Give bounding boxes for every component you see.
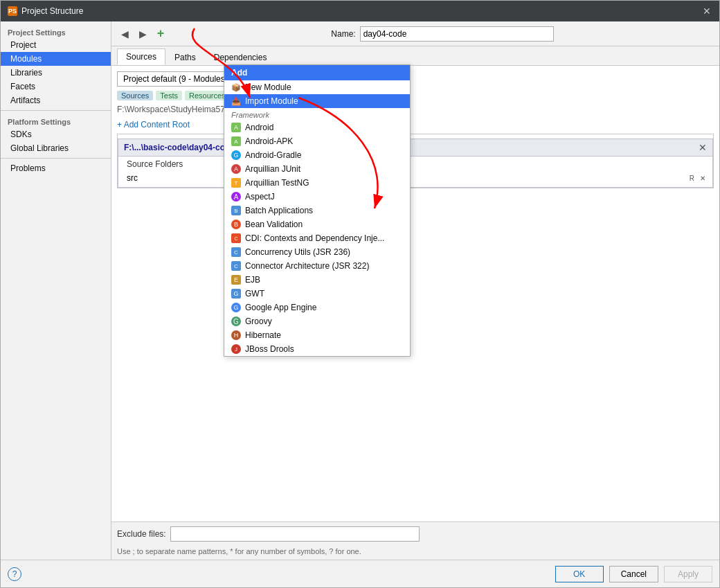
- popup-item-bean-validation[interactable]: B Bean Validation: [224, 217, 410, 231]
- popup-header: Add: [224, 65, 410, 80]
- android-apk-icon: A: [231, 136, 241, 146]
- popup-item-new-module[interactable]: 📦 New Module: [224, 80, 410, 94]
- popup-item-ejb[interactable]: E EJB: [224, 273, 410, 287]
- add-content-root[interactable]: + Add Content Root: [117, 120, 714, 130]
- popup-item-connector[interactable]: C Connector Architecture (JSR 322): [224, 259, 410, 273]
- project-settings-label: Project Settings: [1, 24, 111, 38]
- tab-paths[interactable]: Paths: [165, 49, 205, 65]
- new-module-icon: 📦: [231, 82, 241, 92]
- tag-tests[interactable]: Tests: [156, 91, 182, 100]
- src-item: src R ✕: [127, 172, 707, 184]
- forward-button[interactable]: ▶: [135, 26, 150, 42]
- cdi-icon: C: [231, 233, 241, 243]
- workspace-path-row: F:\Workspace\StudyHeima57\basic-code\day…: [117, 105, 714, 114]
- popup-item-android[interactable]: A Android: [224, 121, 410, 134]
- framework-label: Framework: [224, 108, 410, 121]
- footer: ? OK Cancel Apply: [1, 560, 719, 587]
- content-root-panel: F:\...\basic-code\day04-code ✕ Source Fo…: [117, 134, 714, 188]
- sidebar: Project Settings Project Modules Librari…: [1, 21, 111, 560]
- sidebar-item-problems[interactable]: Problems: [1, 161, 111, 175]
- android-label: Android: [245, 123, 273, 132]
- gae-icon: G: [231, 303, 241, 312]
- exclude-hint: Use ; to separate name patterns, * for a…: [111, 546, 719, 560]
- name-area: Name:: [171, 26, 714, 42]
- dialog-body: Project Settings Project Modules Librari…: [1, 21, 719, 560]
- popup-item-android-apk[interactable]: A Android-APK: [224, 134, 410, 148]
- arquillian-testng-label: Arquillian TestNG: [245, 178, 309, 188]
- popup-item-gae[interactable]: G Google App Engine: [224, 301, 410, 314]
- app-icon: PS: [8, 6, 17, 16]
- gwt-icon: G: [231, 289, 241, 299]
- src-remove-btn[interactable]: R: [688, 175, 696, 182]
- title-bar-left: PS Project Structure: [8, 6, 83, 16]
- project-structure-dialog: PS Project Structure ✕ Project Settings …: [0, 0, 720, 588]
- sidebar-item-global-libraries[interactable]: Global Libraries: [1, 141, 111, 155]
- cancel-button[interactable]: Cancel: [609, 566, 658, 582]
- popup-item-jboss[interactable]: J JBoss Drools: [224, 342, 410, 356]
- tab-sources[interactable]: Sources: [117, 48, 165, 65]
- back-button[interactable]: ◀: [117, 26, 132, 42]
- exclude-label: Exclude files:: [117, 529, 166, 539]
- popup-item-arquillian-junit[interactable]: A Arquillian JUnit: [224, 162, 410, 176]
- hibernate-icon: H: [231, 330, 241, 340]
- close-button[interactable]: ✕: [701, 6, 712, 17]
- name-input[interactable]: [360, 26, 554, 42]
- exclude-input[interactable]: [170, 526, 420, 542]
- bean-validation-label: Bean Validation: [245, 220, 303, 229]
- platform-settings-label: Platform Settings: [1, 114, 111, 127]
- popup-item-aspectj[interactable]: A AspectJ: [224, 190, 410, 204]
- ejb-label: EJB: [245, 275, 260, 285]
- help-button[interactable]: ?: [8, 567, 21, 581]
- popup-item-cdi[interactable]: C CDI: Contexts and Dependency Inje...: [224, 231, 410, 245]
- footer-buttons: OK Cancel Apply: [555, 566, 712, 582]
- src-delete-btn[interactable]: ✕: [699, 175, 707, 182]
- ok-button[interactable]: OK: [555, 566, 604, 582]
- content-root-close[interactable]: ✕: [699, 142, 707, 153]
- sidebar-item-sdks[interactable]: SDKs: [1, 127, 111, 141]
- sidebar-item-project[interactable]: Project: [1, 38, 111, 52]
- add-button[interactable]: +: [153, 26, 168, 42]
- name-label: Name:: [331, 29, 355, 39]
- tag-sources[interactable]: Sources: [117, 91, 153, 100]
- tab-dependencies[interactable]: Dependencies: [205, 49, 276, 65]
- exclude-row: Exclude files:: [111, 522, 719, 546]
- bean-icon: B: [231, 220, 241, 229]
- hibernate-label: Hibernate: [245, 330, 281, 340]
- popup-item-arquillian-testng[interactable]: T Arquillian TestNG: [224, 176, 410, 190]
- groovy-label: Groovy: [245, 317, 272, 326]
- aspectj-label: AspectJ: [245, 192, 275, 202]
- concurrency-label: Concurrency Utils (JSR 236): [245, 247, 350, 257]
- connector-label: Connector Architecture (JSR 322): [245, 261, 369, 271]
- connector-icon: C: [231, 261, 241, 271]
- sidebar-item-artifacts[interactable]: Artifacts: [1, 93, 111, 107]
- tabs-bar: Sources Paths Dependencies: [111, 46, 719, 66]
- popup-item-import-module[interactable]: 📥 Import Module: [224, 94, 410, 108]
- toolbar: ◀ ▶ + Name:: [111, 21, 719, 46]
- source-folders-label: Source Folders: [127, 159, 707, 169]
- popup-item-batch[interactable]: B Batch Applications: [224, 204, 410, 217]
- sidebar-item-facets[interactable]: Facets: [1, 80, 111, 93]
- tag-resources[interactable]: Resources: [185, 91, 230, 100]
- popup-item-groovy[interactable]: G Groovy: [224, 314, 410, 328]
- popup-item-android-gradle[interactable]: G Android-Gradle: [224, 148, 410, 162]
- android-icon: A: [231, 123, 241, 132]
- apply-button[interactable]: Apply: [664, 566, 712, 582]
- content-root-header: F:\...\basic-code\day04-code ✕: [118, 139, 713, 157]
- sidebar-item-modules[interactable]: Modules: [1, 52, 111, 66]
- groovy-icon: G: [231, 317, 241, 326]
- android-apk-label: Android-APK: [245, 136, 293, 146]
- sdk-row: Project default (9 - Modules, private me…: [117, 71, 714, 87]
- jboss-icon: J: [231, 344, 241, 354]
- popup-title: Add: [231, 68, 247, 78]
- sidebar-item-libraries[interactable]: Libraries: [1, 66, 111, 80]
- add-dropdown-popup: Add 📦 New Module 📥 Import Module Framewo…: [224, 64, 411, 357]
- import-module-icon: 📥: [231, 96, 241, 106]
- arquillian-junit-icon: A: [231, 164, 241, 174]
- jboss-label: JBoss Drools: [245, 344, 294, 354]
- popup-item-hibernate[interactable]: H Hibernate: [224, 328, 410, 342]
- import-module-label: Import Module: [245, 96, 298, 106]
- popup-item-gwt[interactable]: G GWT: [224, 287, 410, 301]
- ejb-icon: E: [231, 275, 241, 285]
- popup-item-concurrency[interactable]: C Concurrency Utils (JSR 236): [224, 245, 410, 259]
- title-bar: PS Project Structure ✕: [1, 1, 719, 21]
